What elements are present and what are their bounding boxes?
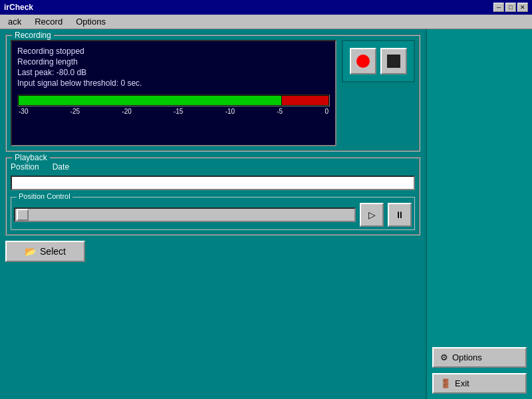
recording-display: Recording stopped Recording length Last … bbox=[11, 40, 336, 146]
vu-label-20: -20 bbox=[122, 108, 131, 115]
options-label: Options bbox=[452, 352, 482, 362]
record-controls bbox=[342, 40, 415, 82]
vu-label-15: -15 bbox=[174, 108, 183, 115]
vu-bars bbox=[18, 95, 329, 106]
playback-section: Playback Position Date Position Control … bbox=[5, 157, 420, 235]
vu-label-30: -30 bbox=[19, 108, 28, 115]
options-icon: ⚙ bbox=[440, 352, 448, 362]
select-button[interactable]: 📂 Select bbox=[5, 241, 85, 262]
position-control-section: Position Control ▷ ⏸ bbox=[11, 197, 415, 230]
position-input[interactable] bbox=[11, 176, 415, 190]
recording-length: Recording length bbox=[17, 57, 330, 66]
position-date-row: Position Date bbox=[11, 162, 415, 172]
minimize-button[interactable]: ─ bbox=[493, 3, 504, 12]
options-button[interactable]: ⚙ Options bbox=[432, 347, 527, 368]
vu-bar-green bbox=[19, 96, 281, 105]
menu-item-record[interactable]: Record bbox=[29, 15, 68, 28]
left-panel: Recording Recording stopped Recording le… bbox=[0, 29, 426, 399]
right-panel: ⚙ Options 🚪 Exit bbox=[426, 29, 532, 399]
recording-section: Recording Recording stopped Recording le… bbox=[5, 35, 420, 152]
stop-button[interactable] bbox=[380, 48, 407, 74]
menu-item-back[interactable]: ack bbox=[3, 15, 27, 28]
record-buttons-row bbox=[350, 48, 407, 74]
pos-ctrl-label: Position Control bbox=[17, 192, 72, 200]
main-content: Recording Recording stopped Recording le… bbox=[0, 29, 532, 399]
right-spacer bbox=[432, 35, 527, 342]
vu-labels: -30 -25 -20 -15 -10 -5 0 bbox=[17, 108, 330, 115]
input-signal: Input signal below threshold: 0 sec. bbox=[17, 78, 330, 88]
stop-square-icon bbox=[387, 55, 400, 68]
bottom-row: 📂 Select bbox=[5, 241, 420, 262]
last-peak: Last peak: -80.0 dB bbox=[17, 68, 330, 77]
title-bar: irCheck ─ □ ✕ bbox=[0, 0, 532, 15]
slider-thumb bbox=[17, 209, 29, 221]
exit-label: Exit bbox=[455, 378, 469, 388]
vu-label-25: -25 bbox=[70, 108, 80, 115]
playback-section-label: Playback bbox=[12, 153, 50, 162]
close-button[interactable]: ✕ bbox=[517, 3, 528, 12]
recording-section-label: Recording bbox=[12, 31, 54, 40]
position-label: Position bbox=[11, 162, 39, 172]
select-label: Select bbox=[40, 246, 66, 257]
vu-label-5: -5 bbox=[277, 108, 283, 115]
menu-bar: ack Record Options bbox=[0, 15, 532, 29]
vu-bar-red bbox=[282, 96, 329, 105]
exit-icon: 🚪 bbox=[440, 378, 451, 388]
pause-icon: ⏸ bbox=[395, 209, 404, 220]
window-title: irCheck bbox=[4, 3, 33, 12]
play-icon: ▷ bbox=[368, 209, 376, 220]
vu-label-0: 0 bbox=[325, 108, 329, 115]
playback-inner: Position Date Position Control ▷ bbox=[11, 162, 415, 230]
exit-button[interactable]: 🚪 Exit bbox=[432, 373, 527, 394]
folder-icon: 📂 bbox=[25, 246, 36, 257]
window-controls: ─ □ ✕ bbox=[493, 3, 528, 12]
play-button[interactable]: ▷ bbox=[360, 203, 384, 227]
vu-meter bbox=[17, 94, 330, 106]
date-label: Date bbox=[53, 162, 69, 172]
vu-meter-container: -30 -25 -20 -15 -10 -5 0 bbox=[17, 94, 330, 115]
record-dot-icon bbox=[356, 55, 370, 68]
recording-inner: Recording stopped Recording length Last … bbox=[11, 40, 415, 146]
record-button[interactable] bbox=[350, 48, 376, 74]
position-slider[interactable] bbox=[14, 207, 356, 222]
vu-label-10: -10 bbox=[225, 108, 235, 115]
maximize-button[interactable]: □ bbox=[505, 3, 516, 12]
position-slider-row: ▷ ⏸ bbox=[14, 203, 412, 227]
recording-status: Recording stopped bbox=[17, 47, 330, 56]
menu-item-options[interactable]: Options bbox=[70, 15, 111, 28]
pause-button[interactable]: ⏸ bbox=[388, 203, 412, 227]
